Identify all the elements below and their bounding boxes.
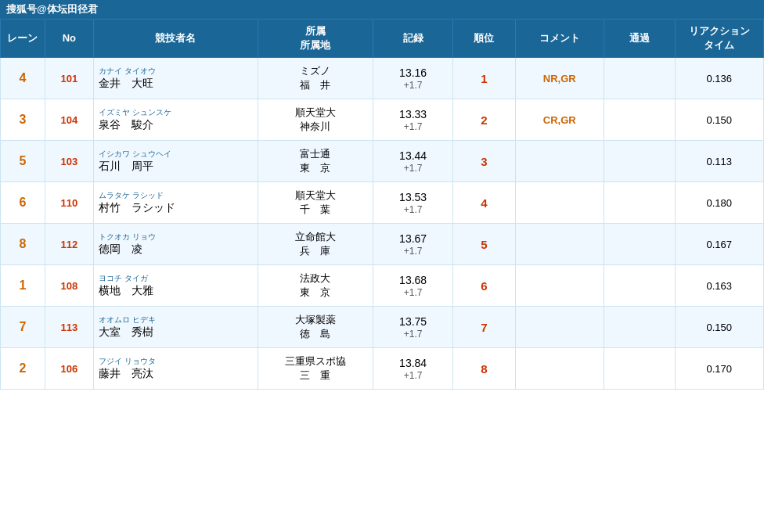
cell-affil: 立命館大兵 庫 [258, 224, 373, 265]
col-header-record: 記録 [373, 20, 453, 58]
cell-reaction: 0.163 [675, 265, 763, 307]
cell-affil: ミズノ福 井 [258, 58, 373, 99]
cell-affil: 法政大東 京 [258, 265, 373, 307]
col-header-tsuka: 通過 [604, 20, 675, 58]
cell-no: 113 [45, 307, 93, 348]
cell-comment [515, 348, 604, 390]
cell-no: 106 [45, 348, 93, 390]
cell-no: 108 [45, 265, 93, 307]
cell-reaction: 0.113 [675, 141, 763, 182]
cell-lane: 2 [1, 348, 45, 390]
cell-rank: 3 [453, 141, 515, 182]
table-row: 2106フジイ リョウタ藤井 亮汰三重県スポ協三 重13.84+1.780.17… [1, 348, 764, 390]
table-row: 4101カナイ タイオウ金井 大旺ミズノ福 井13.16+1.71NR,GR0.… [1, 58, 764, 99]
cell-no: 104 [45, 99, 93, 141]
col-header-reaction: リアクションタイム [675, 20, 763, 58]
cell-reaction: 0.170 [675, 348, 763, 390]
cell-rank: 7 [453, 307, 515, 348]
watermark: 搜狐号@体坛田径君 [0, 0, 764, 19]
cell-affil: 順天堂大千 葉 [258, 182, 373, 224]
cell-comment: CR,GR [515, 99, 604, 141]
cell-record: 13.68+1.7 [373, 265, 453, 307]
cell-rank: 5 [453, 224, 515, 265]
table-row: 6110ムラタケ ラシッド村竹 ラシッド順天堂大千 葉13.53+1.740.1… [1, 182, 764, 224]
cell-name: ヨコチ タイガ横地 大雅 [94, 265, 258, 307]
cell-record: 13.16+1.7 [373, 58, 453, 99]
cell-no: 101 [45, 58, 93, 99]
cell-affil: 富士通東 京 [258, 141, 373, 182]
cell-name: カナイ タイオウ金井 大旺 [94, 58, 258, 99]
cell-reaction: 0.136 [675, 58, 763, 99]
cell-no: 112 [45, 224, 93, 265]
cell-name: ムラタケ ラシッド村竹 ラシッド [94, 182, 258, 224]
cell-lane: 6 [1, 182, 45, 224]
col-header-lane: レーン [1, 20, 45, 58]
cell-name: イズミヤ シュンスケ泉谷 駿介 [94, 99, 258, 141]
table-row: 8112トクオカ リョウ徳岡 凌立命館大兵 庫13.67+1.750.167 [1, 224, 764, 265]
col-header-comment: コメント [515, 20, 604, 58]
col-header-affil: 所属所属地 [258, 20, 373, 58]
cell-record: 13.84+1.7 [373, 348, 453, 390]
cell-affil: 三重県スポ協三 重 [258, 348, 373, 390]
cell-rank: 4 [453, 182, 515, 224]
cell-name: イシカワ シュウヘイ石川 周平 [94, 141, 258, 182]
cell-name: フジイ リョウタ藤井 亮汰 [94, 348, 258, 390]
col-header-rank: 順位 [453, 20, 515, 58]
cell-lane: 7 [1, 307, 45, 348]
cell-comment: NR,GR [515, 58, 604, 99]
cell-lane: 5 [1, 141, 45, 182]
cell-record: 13.33+1.7 [373, 99, 453, 141]
cell-lane: 3 [1, 99, 45, 141]
cell-rank: 2 [453, 99, 515, 141]
cell-rank: 1 [453, 58, 515, 99]
table-row: 1108ヨコチ タイガ横地 大雅法政大東 京13.68+1.760.163 [1, 265, 764, 307]
cell-reaction: 0.167 [675, 224, 763, 265]
cell-lane: 8 [1, 224, 45, 265]
cell-comment [515, 182, 604, 224]
cell-tsuka [604, 224, 675, 265]
cell-lane: 4 [1, 58, 45, 99]
cell-record: 13.53+1.7 [373, 182, 453, 224]
cell-affil: 大塚製薬徳 島 [258, 307, 373, 348]
cell-record: 13.44+1.7 [373, 141, 453, 182]
cell-tsuka [604, 58, 675, 99]
cell-comment [515, 265, 604, 307]
table-row: 7113オオムロ ヒデキ大室 秀樹大塚製薬徳 島13.75+1.770.150 [1, 307, 764, 348]
cell-tsuka [604, 265, 675, 307]
cell-reaction: 0.150 [675, 99, 763, 141]
table-header: レーン No 競技者名 所属所属地 記録 順位 コメント 通過 リアクションタイ… [1, 20, 764, 58]
cell-reaction: 0.150 [675, 307, 763, 348]
results-table: レーン No 競技者名 所属所属地 記録 順位 コメント 通過 リアクションタイ… [0, 19, 764, 390]
table-row: 3104イズミヤ シュンスケ泉谷 駿介順天堂大神奈川13.33+1.72CR,G… [1, 99, 764, 141]
cell-tsuka [604, 99, 675, 141]
cell-name: オオムロ ヒデキ大室 秀樹 [94, 307, 258, 348]
cell-comment [515, 141, 604, 182]
cell-rank: 6 [453, 265, 515, 307]
cell-record: 13.67+1.7 [373, 224, 453, 265]
cell-tsuka [604, 182, 675, 224]
cell-comment [515, 224, 604, 265]
cell-no: 103 [45, 141, 93, 182]
cell-name: トクオカ リョウ徳岡 凌 [94, 224, 258, 265]
col-header-no: No [45, 20, 93, 58]
cell-no: 110 [45, 182, 93, 224]
cell-tsuka [604, 141, 675, 182]
col-header-name: 競技者名 [94, 20, 258, 58]
cell-comment [515, 307, 604, 348]
cell-reaction: 0.180 [675, 182, 763, 224]
table-row: 5103イシカワ シュウヘイ石川 周平富士通東 京13.44+1.730.113 [1, 141, 764, 182]
cell-rank: 8 [453, 348, 515, 390]
cell-affil: 順天堂大神奈川 [258, 99, 373, 141]
cell-tsuka [604, 307, 675, 348]
cell-record: 13.75+1.7 [373, 307, 453, 348]
cell-tsuka [604, 348, 675, 390]
cell-lane: 1 [1, 265, 45, 307]
